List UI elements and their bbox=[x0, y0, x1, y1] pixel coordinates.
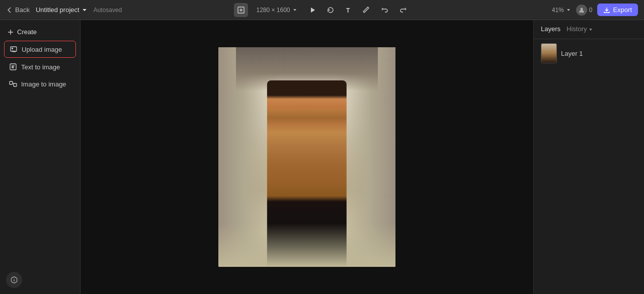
export-button[interactable]: Export bbox=[597, 4, 638, 16]
svg-rect-3 bbox=[11, 47, 17, 51]
layer-item[interactable]: Layer 1 bbox=[534, 39, 644, 67]
svg-rect-7 bbox=[14, 83, 17, 86]
chevron-down-icon bbox=[588, 27, 593, 32]
create-icon bbox=[7, 29, 14, 36]
sidebar-item-text-to-image[interactable]: Text to image bbox=[4, 59, 76, 75]
image-to-image-icon bbox=[9, 80, 17, 88]
tab-history[interactable]: History bbox=[567, 25, 593, 34]
tab-layers[interactable]: Layers bbox=[541, 25, 560, 34]
main-area: Create Upload image Text to image I bbox=[0, 20, 644, 294]
sidebar-item-upload-image[interactable]: Upload image bbox=[4, 41, 76, 58]
autosaved-status: Autosaved bbox=[94, 7, 122, 14]
toolbar-icons: T bbox=[305, 3, 410, 17]
svg-rect-6 bbox=[10, 81, 13, 84]
user-badge: 0 bbox=[576, 5, 593, 16]
right-sidebar: Layers History Layer 1 bbox=[533, 20, 644, 294]
play-button[interactable] bbox=[305, 3, 319, 17]
avatar bbox=[576, 5, 587, 16]
canvas-area[interactable] bbox=[80, 20, 533, 294]
sidebar-item-image-to-image[interactable]: Image to image bbox=[4, 76, 76, 92]
chevron-down-icon bbox=[82, 7, 88, 13]
info-icon bbox=[10, 276, 18, 284]
sidebar-tabs: Layers History bbox=[541, 25, 593, 34]
redo-button[interactable] bbox=[396, 3, 410, 17]
pen-tool-button[interactable] bbox=[360, 3, 374, 17]
upload-icon bbox=[10, 45, 18, 53]
zoom-control[interactable]: 41% bbox=[552, 7, 571, 14]
chevron-down-icon bbox=[292, 8, 297, 13]
floor-reflection bbox=[218, 223, 395, 267]
create-header: Create bbox=[4, 26, 76, 41]
project-name[interactable]: Untitled project bbox=[36, 6, 88, 14]
rotate-tool-button[interactable] bbox=[324, 3, 338, 17]
svg-text:T: T bbox=[346, 7, 350, 14]
layer-thumbnail bbox=[541, 43, 557, 63]
canvas-image-inner bbox=[218, 47, 395, 267]
canvas-size-control[interactable]: 1280 × 1600 bbox=[256, 7, 297, 14]
export-icon bbox=[603, 7, 610, 14]
text-tool-button[interactable]: T bbox=[342, 3, 356, 17]
topbar-left: Back Untitled project Autosaved bbox=[6, 6, 127, 14]
canvas-tool-button[interactable] bbox=[234, 3, 248, 17]
right-sidebar-header: Layers History bbox=[534, 20, 644, 39]
layer-name: Layer 1 bbox=[561, 50, 583, 57]
topbar-center: 1280 × 1600 T bbox=[127, 3, 517, 17]
svg-point-4 bbox=[12, 48, 13, 49]
topbar: Back Untitled project Autosaved 1280 × 1… bbox=[0, 0, 644, 20]
settings-button[interactable] bbox=[6, 272, 22, 288]
undo-button[interactable] bbox=[378, 3, 392, 17]
svg-point-2 bbox=[580, 8, 583, 10]
topbar-right: 41% 0 Export bbox=[517, 4, 638, 16]
canvas-image bbox=[218, 47, 395, 267]
back-button[interactable]: Back bbox=[6, 6, 30, 14]
text-image-icon bbox=[9, 63, 17, 71]
chevron-down-icon bbox=[566, 8, 571, 13]
left-sidebar: Create Upload image Text to image I bbox=[0, 20, 80, 294]
